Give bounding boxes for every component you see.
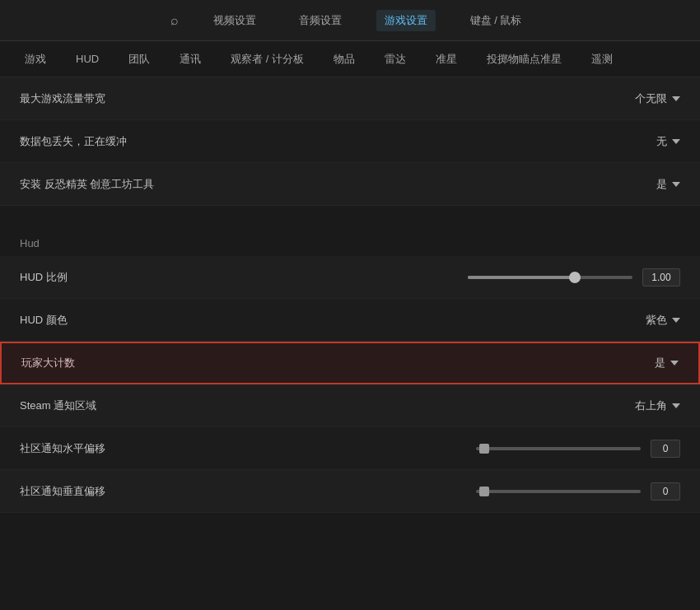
bottom-spacer <box>0 513 700 562</box>
horiz-offset-control[interactable]: 0 <box>476 440 680 458</box>
top-navigation: ⌕ 视频设置 音频设置 游戏设置 键盘 / 鼠标 <box>0 0 700 41</box>
hud-scale-label: HUD 比例 <box>20 270 68 285</box>
horiz-offset-thumb[interactable] <box>479 444 489 454</box>
max-bandwidth-label: 最大游戏流量带宽 <box>20 91 105 106</box>
steam-notify-label: Steam 通知区域 <box>20 398 96 413</box>
subnav-radar[interactable]: 雷达 <box>380 49 411 69</box>
hud-color-row: HUD 颜色 紫色 <box>0 299 700 342</box>
max-bandwidth-value[interactable]: 个无限 <box>635 91 680 106</box>
player-counter-text: 是 <box>655 356 665 370</box>
subnav-telemetry[interactable]: 遥测 <box>586 49 618 69</box>
horiz-offset-row: 社区通知水平偏移 0 <box>0 427 700 470</box>
install-tools-label: 安装 反恐精英 创意工坊工具 <box>20 177 154 192</box>
install-tools-chevron[interactable] <box>672 182 680 187</box>
max-bandwidth-row: 最大游戏流量带宽 个无限 <box>0 77 700 120</box>
spacer-1 <box>0 206 700 222</box>
subnav-team[interactable]: 团队 <box>124 49 155 69</box>
packet-loss-chevron[interactable] <box>672 139 680 144</box>
hud-scale-control[interactable]: 1.00 <box>468 268 680 286</box>
steam-notify-text: 右上角 <box>635 398 667 413</box>
player-counter-label: 玩家大计数 <box>21 356 75 370</box>
install-tools-value[interactable]: 是 <box>656 177 680 192</box>
hud-section-label: Hud <box>20 237 40 249</box>
hud-scale-fill <box>468 276 575 279</box>
vert-offset-row: 社区通知垂直偏移 0 <box>0 470 700 513</box>
player-counter-chevron[interactable] <box>670 361 679 366</box>
player-counter-value[interactable]: 是 <box>655 356 679 370</box>
packet-loss-label: 数据包丢失，正在缓冲 <box>20 134 127 149</box>
hud-color-chevron[interactable] <box>672 318 680 323</box>
horiz-offset-label: 社区通知水平偏移 <box>20 441 105 456</box>
nav-game-settings[interactable]: 游戏设置 <box>376 10 436 31</box>
steam-notify-row: Steam 通知区域 右上角 <box>0 384 700 427</box>
packet-loss-text: 无 <box>656 134 667 149</box>
hud-scale-row: HUD 比例 1.00 <box>0 256 700 299</box>
nav-audio-settings[interactable]: 音频设置 <box>291 10 350 31</box>
packet-loss-row: 数据包丢失，正在缓冲 无 <box>0 120 700 163</box>
vert-offset-value[interactable]: 0 <box>651 482 680 501</box>
hud-color-label: HUD 颜色 <box>20 313 68 328</box>
subnav-game[interactable]: 游戏 <box>20 49 51 69</box>
hud-color-value[interactable]: 紫色 <box>646 313 680 328</box>
hud-section-header: Hud <box>0 222 700 256</box>
subnav-observer[interactable]: 观察者 / 计分板 <box>226 49 309 69</box>
nav-video-settings[interactable]: 视频设置 <box>205 10 264 31</box>
install-tools-text: 是 <box>656 177 667 192</box>
vert-offset-control[interactable]: 0 <box>476 482 680 501</box>
packet-loss-value[interactable]: 无 <box>656 134 680 149</box>
horiz-offset-track[interactable] <box>476 447 641 450</box>
vert-offset-track[interactable] <box>476 490 641 493</box>
horiz-offset-value[interactable]: 0 <box>651 440 680 458</box>
search-icon[interactable]: ⌕ <box>170 13 179 28</box>
player-counter-row: 玩家大计数 是 <box>0 342 700 384</box>
hud-scale-track[interactable] <box>468 276 632 279</box>
hud-scale-value[interactable]: 1.00 <box>642 268 680 286</box>
install-tools-row: 安装 反恐精英 创意工坊工具 是 <box>0 163 700 206</box>
vert-offset-label: 社区通知垂直偏移 <box>20 484 105 499</box>
subnav-crosshair[interactable]: 准星 <box>431 49 462 69</box>
max-bandwidth-chevron[interactable] <box>672 96 680 101</box>
subnav-throw-crosshair[interactable]: 投掷物瞄点准星 <box>482 49 567 69</box>
settings-content: 最大游戏流量带宽 个无限 数据包丢失，正在缓冲 无 安装 反恐精英 创意工坊工具… <box>0 77 700 562</box>
steam-notify-value[interactable]: 右上角 <box>635 398 680 413</box>
subnav-items[interactable]: 物品 <box>329 49 360 69</box>
hud-scale-thumb[interactable] <box>569 272 581 283</box>
subnav-hud[interactable]: HUD <box>71 50 104 68</box>
steam-notify-chevron[interactable] <box>672 403 680 408</box>
hud-color-text: 紫色 <box>646 313 667 328</box>
sub-navigation: 游戏 HUD 团队 通讯 观察者 / 计分板 物品 雷达 准星 投掷物瞄点准星 … <box>0 41 700 77</box>
vert-offset-thumb[interactable] <box>479 487 489 496</box>
max-bandwidth-text: 个无限 <box>635 91 667 106</box>
subnav-comms[interactable]: 通讯 <box>175 49 206 69</box>
nav-keyboard-mouse[interactable]: 键盘 / 鼠标 <box>462 10 530 31</box>
